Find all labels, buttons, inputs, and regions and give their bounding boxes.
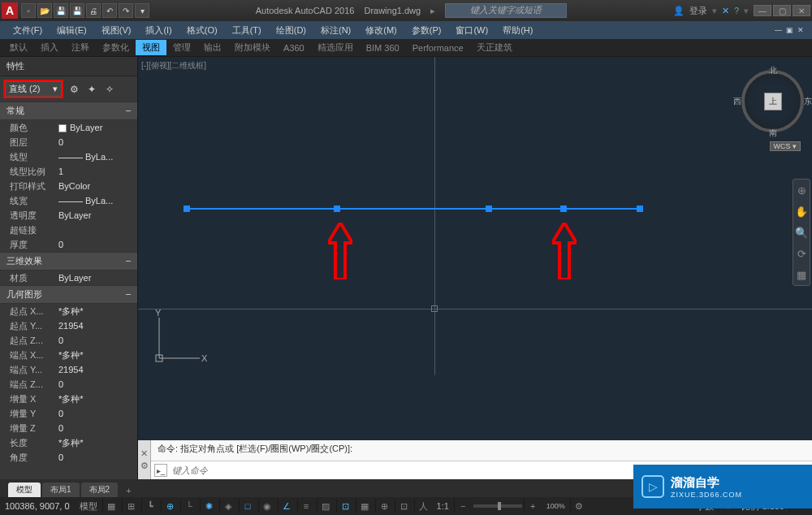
doc-minimize-button[interactable]: —	[773, 26, 784, 34]
minimize-button[interactable]: —	[754, 5, 771, 16]
layout-tab[interactable]: 布局2	[81, 483, 119, 497]
dynamicinput-icon[interactable]: ⊕	[161, 499, 179, 513]
qat-redo-icon[interactable]: ↷	[119, 3, 133, 18]
viewcube[interactable]: 上 北 南 西 东	[738, 67, 807, 136]
ortho-icon[interactable]: └	[180, 499, 198, 513]
property-row[interactable]: 增量 Y0	[0, 406, 137, 421]
zoom-slider-minus[interactable]: −	[454, 499, 472, 513]
property-row[interactable]: 角度0	[0, 450, 137, 465]
otrack-icon[interactable]: ∠	[278, 499, 296, 513]
section-general[interactable]: 常规–	[0, 102, 137, 120]
ribbon-tab[interactable]: A360	[277, 41, 311, 54]
signin-icon[interactable]: 👤	[673, 6, 685, 16]
units-icon[interactable]: ⊡	[395, 499, 412, 513]
quickprops-icon[interactable]: ▦	[356, 499, 374, 513]
property-value[interactable]: ByLayer	[58, 122, 137, 133]
help-icon[interactable]: ?	[734, 6, 739, 15]
property-row[interactable]: 打印样式ByColor	[0, 179, 137, 193]
toggle-pickadd-icon[interactable]: ✧	[102, 82, 117, 97]
zoom-slider-plus[interactable]: +	[524, 499, 542, 513]
ribbon-tab[interactable]: Performance	[406, 41, 470, 54]
zoom-extents-icon[interactable]: 🔍	[793, 222, 810, 243]
property-row[interactable]: 材质ByLayer	[0, 270, 137, 285]
menu-item[interactable]: 文件(F)	[6, 23, 49, 38]
property-row[interactable]: 图层0	[0, 135, 137, 149]
ribbon-tab[interactable]: 参数化	[96, 40, 136, 55]
property-value[interactable]: *多种*	[58, 393, 137, 405]
object-type-selector[interactable]: 直线 (2)▾	[5, 81, 62, 97]
property-value[interactable]: 21954	[58, 320, 137, 331]
ribbon-tab[interactable]: 插入	[34, 40, 65, 55]
scale-readout[interactable]: 1:1	[434, 501, 452, 511]
ucs-icon[interactable]: X Y	[151, 311, 208, 370]
search-input[interactable]: 键入关键字或短语	[445, 3, 567, 18]
ribbon-tab[interactable]: 精选应用	[311, 40, 360, 55]
close-icon[interactable]: ✕	[140, 448, 148, 459]
property-row[interactable]: 端点 Z...0	[0, 377, 137, 392]
ribbon-tab[interactable]: 天正建筑	[470, 40, 519, 55]
doc-restore-button[interactable]: ▣	[784, 26, 795, 34]
workspace-switch-icon[interactable]: ⚙	[570, 499, 588, 513]
menu-item[interactable]: 修改(M)	[359, 23, 404, 38]
property-row[interactable]: 线型比例1	[0, 164, 137, 179]
select-objects-icon[interactable]: ✦	[84, 82, 99, 97]
lineweight-icon[interactable]: ≡	[297, 499, 315, 513]
property-row[interactable]: 线宽ByLa...	[0, 193, 137, 208]
orbit-icon[interactable]: ⟳	[793, 243, 810, 264]
property-value[interactable]	[58, 224, 137, 236]
viewcube-east[interactable]: 东	[804, 96, 812, 107]
3dosnap-icon[interactable]: ◉	[258, 499, 276, 513]
grip-midpoint[interactable]	[560, 206, 567, 212]
property-value[interactable]: 0	[58, 136, 137, 148]
viewcube-top-face[interactable]: 上	[764, 93, 782, 110]
menu-item[interactable]: 绘图(D)	[270, 23, 313, 38]
menu-item[interactable]: 帮助(H)	[496, 23, 539, 38]
property-value[interactable]: 0	[58, 379, 137, 390]
fullnav-wheel-icon[interactable]: ⊕	[793, 180, 810, 201]
drawing-canvas[interactable]: [-][俯视][二维线框] X Y	[138, 57, 812, 479]
close-button[interactable]: ✕	[793, 5, 810, 16]
showmotion-icon[interactable]: ▦	[793, 264, 810, 285]
ribbon-tab[interactable]: 输出	[197, 40, 228, 55]
property-value[interactable]: *多种*	[58, 437, 137, 448]
zoom-slider[interactable]	[473, 504, 522, 508]
doc-close-button[interactable]: ✕	[796, 26, 806, 34]
grip-midpoint[interactable]	[334, 206, 340, 212]
grid-icon[interactable]: ▦	[102, 499, 120, 513]
menu-item[interactable]: 工具(T)	[226, 23, 268, 38]
grip-endpoint[interactable]	[486, 206, 492, 212]
viewcube-north[interactable]: 北	[769, 65, 777, 76]
selected-line[interactable]	[187, 208, 640, 210]
property-row[interactable]: 起点 Z...0	[0, 333, 137, 348]
property-value[interactable]: 1	[58, 166, 137, 177]
property-value[interactable]: 21954	[58, 364, 137, 375]
viewcube-south[interactable]: 南	[769, 128, 777, 139]
settings-icon[interactable]: ⚙	[140, 461, 149, 471]
property-row[interactable]: 端点 Y...21954	[0, 362, 137, 377]
wcs-selector[interactable]: WCS ▾	[770, 141, 801, 151]
qat-save-icon[interactable]: 💾	[54, 3, 68, 18]
property-value[interactable]: ByLa...	[58, 195, 137, 206]
osnap-icon[interactable]: □	[239, 499, 257, 513]
ribbon-tab[interactable]: 默认	[3, 40, 34, 55]
isodraft-icon[interactable]: ◈	[219, 499, 237, 513]
grip-endpoint[interactable]	[637, 206, 643, 212]
qat-more-icon[interactable]: ▾	[135, 3, 149, 18]
ribbon-tab[interactable]: BIM 360	[360, 41, 406, 54]
property-row[interactable]: 增量 X*多种*	[0, 392, 137, 406]
property-row[interactable]: 厚度0	[0, 237, 137, 252]
signin-label[interactable]: 登录	[689, 5, 707, 17]
menu-item[interactable]: 视图(V)	[95, 23, 138, 38]
section-3d[interactable]: 三维效果–	[0, 252, 137, 270]
property-value[interactable]: 0	[58, 422, 137, 434]
pan-icon[interactable]: ✋	[793, 201, 810, 222]
inferconstraint-icon[interactable]: ┗	[141, 499, 159, 513]
section-geometry[interactable]: 几何图形–	[0, 285, 137, 304]
quick-select-icon[interactable]: ⚙	[67, 82, 81, 97]
qat-undo-icon[interactable]: ↶	[102, 3, 117, 18]
command-line-handle[interactable]: ✕⚙	[138, 440, 151, 479]
menu-item[interactable]: 参数(P)	[405, 23, 448, 38]
viewport-label[interactable]: [-][俯视][二维线框]	[141, 60, 206, 71]
property-value[interactable]: *多种*	[58, 305, 137, 317]
ribbon-tab[interactable]: 注释	[65, 40, 96, 55]
